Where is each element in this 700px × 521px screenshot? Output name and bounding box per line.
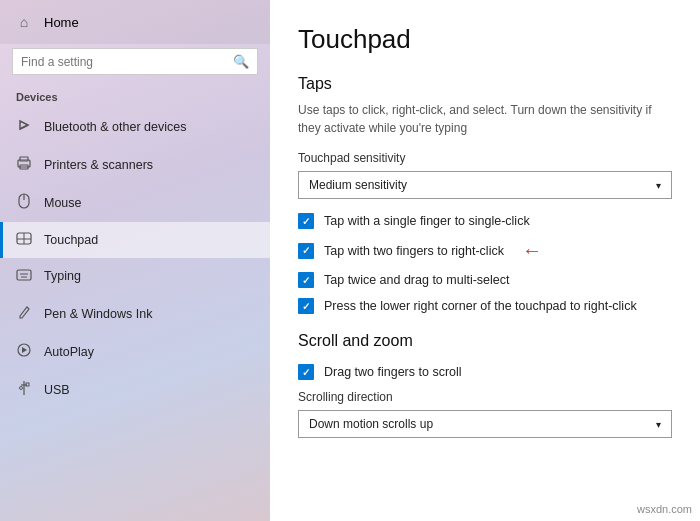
sidebar-item-pen[interactable]: Pen & Windows Ink: [0, 294, 270, 333]
bluetooth-label: Bluetooth & other devices: [44, 120, 186, 134]
printers-label: Printers & scanners: [44, 158, 153, 172]
sidebar-item-touchpad[interactable]: Touchpad: [0, 222, 270, 258]
checkbox-single: ✓ Tap with a single finger to single-cli…: [298, 213, 672, 229]
checkbox-scroll-box[interactable]: ✓: [298, 364, 314, 380]
checkmark-icon: ✓: [302, 245, 310, 256]
home-icon: ⌂: [16, 14, 32, 30]
watermark: wsxdn.com: [637, 503, 692, 515]
typing-icon: [16, 268, 32, 284]
checkbox-rightclick-label: Tap with two fingers to right-click: [324, 244, 504, 258]
checkbox-drag-label: Tap twice and drag to multi-select: [324, 273, 510, 287]
taps-description: Use taps to click, right-click, and sele…: [298, 101, 672, 137]
sensitivity-label: Touchpad sensitivity: [298, 151, 672, 165]
mouse-label: Mouse: [44, 196, 82, 210]
checkmark-icon: ✓: [302, 216, 310, 227]
checkmark-icon: ✓: [302, 367, 310, 378]
typing-label: Typing: [44, 269, 81, 283]
section-divider: Scroll and zoom: [298, 332, 672, 350]
search-icon: 🔍: [233, 54, 249, 69]
checkbox-single-box[interactable]: ✓: [298, 213, 314, 229]
usb-label: USB: [44, 383, 70, 397]
sidebar-item-bluetooth[interactable]: Bluetooth & other devices: [0, 107, 270, 146]
direction-label: Scrolling direction: [298, 390, 672, 404]
search-box[interactable]: 🔍: [12, 48, 258, 75]
svg-rect-8: [17, 270, 31, 280]
usb-icon: [16, 380, 32, 399]
scroll-section-title: Scroll and zoom: [298, 332, 672, 350]
checkbox-corner-box[interactable]: ✓: [298, 298, 314, 314]
checkbox-scroll-label: Drag two fingers to scroll: [324, 365, 462, 379]
sidebar-item-mouse[interactable]: Mouse: [0, 183, 270, 222]
checkbox-rightclick-box[interactable]: ✓: [298, 243, 314, 259]
touchpad-label: Touchpad: [44, 233, 98, 247]
checkmark-icon: ✓: [302, 301, 310, 312]
touchpad-icon: [16, 232, 32, 248]
pen-icon: [16, 304, 32, 323]
sidebar-item-printers[interactable]: Printers & scanners: [0, 146, 270, 183]
checkbox-rightclick: ✓ Tap with two fingers to right-click ←: [298, 239, 672, 262]
autoplay-icon: [16, 343, 32, 360]
mouse-icon: [16, 193, 32, 212]
home-label: Home: [44, 15, 79, 30]
sidebar-item-typing[interactable]: Typing: [0, 258, 270, 294]
checkbox-scroll: ✓ Drag two fingers to scroll: [298, 364, 672, 380]
checkmark-icon: ✓: [302, 275, 310, 286]
sensitivity-value: Medium sensitivity: [309, 178, 407, 192]
taps-section-title: Taps: [298, 75, 672, 93]
checkbox-single-label: Tap with a single finger to single-click: [324, 214, 530, 228]
page-title: Touchpad: [298, 24, 672, 55]
checkbox-drag-box[interactable]: ✓: [298, 272, 314, 288]
pen-label: Pen & Windows Ink: [44, 307, 152, 321]
sidebar-item-autoplay[interactable]: AutoPlay: [0, 333, 270, 370]
sensitivity-chevron-icon: ▾: [656, 180, 661, 191]
direction-value: Down motion scrolls up: [309, 417, 433, 431]
search-input[interactable]: [21, 55, 227, 69]
direction-dropdown[interactable]: Down motion scrolls up ▾: [298, 410, 672, 438]
sensitivity-dropdown[interactable]: Medium sensitivity ▾: [298, 171, 672, 199]
autoplay-label: AutoPlay: [44, 345, 94, 359]
sidebar-item-usb[interactable]: USB: [0, 370, 270, 409]
checkbox-corner: ✓ Press the lower right corner of the to…: [298, 298, 672, 314]
annotation-arrow: ←: [522, 239, 542, 262]
sidebar: ⌂ Home 🔍 Devices Bluetooth & other devic…: [0, 0, 270, 521]
checkbox-drag: ✓ Tap twice and drag to multi-select: [298, 272, 672, 288]
checkbox-corner-label: Press the lower right corner of the touc…: [324, 299, 637, 313]
printers-icon: [16, 156, 32, 173]
sidebar-home-button[interactable]: ⌂ Home: [0, 0, 270, 44]
svg-point-15: [20, 387, 23, 390]
direction-chevron-icon: ▾: [656, 419, 661, 430]
bluetooth-icon: [16, 117, 32, 136]
devices-section-label: Devices: [0, 85, 270, 107]
svg-rect-14: [26, 383, 29, 386]
main-content: Touchpad Taps Use taps to click, right-c…: [270, 0, 700, 521]
